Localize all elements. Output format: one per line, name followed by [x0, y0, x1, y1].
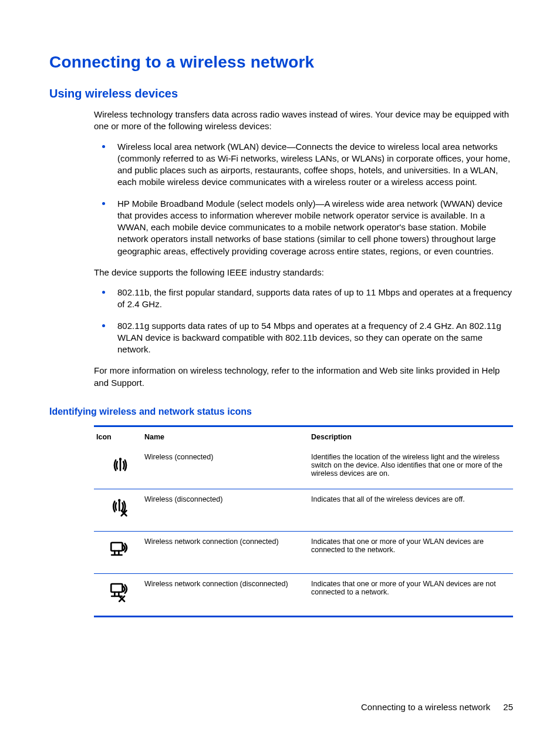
table-header-icon: Icon — [94, 433, 144, 441]
footer-page-number: 25 — [503, 702, 513, 712]
svg-point-1 — [119, 458, 122, 460]
standards-intro: The device supports the following IEEE i… — [94, 267, 513, 278]
devices-list: Wireless local area network (WLAN) devic… — [94, 141, 513, 257]
table-cell-desc: Indicates that all of the wireless devic… — [311, 495, 513, 503]
list-item: 802.11b, the first popular standard, sup… — [94, 287, 513, 311]
table-cell-desc: Indicates that one or more of your WLAN … — [311, 537, 513, 554]
table-header-desc: Description — [311, 433, 513, 441]
table-row: Wireless network connection (connected) … — [94, 532, 513, 574]
page-title: Connecting to a wireless network — [49, 53, 513, 72]
table-cell-name: Wireless network connection (connected) — [144, 537, 311, 546]
wireless-disconnected-icon — [108, 495, 133, 522]
table-cell-name: Wireless (disconnected) — [144, 495, 311, 503]
footer-title: Connecting to a wireless network — [361, 702, 490, 712]
intro-paragraph: Wireless technology transfers data acros… — [94, 109, 513, 133]
svg-rect-6 — [111, 543, 122, 551]
table-row: Wireless network connection (disconnecte… — [94, 574, 513, 616]
table-row: Wireless (disconnected) Indicates that a… — [94, 489, 513, 532]
svg-rect-10 — [111, 584, 122, 592]
wlan-connected-icon — [108, 537, 133, 564]
table-cell-name: Wireless network connection (disconnecte… — [144, 580, 311, 588]
list-item: Wireless local area network (WLAN) devic… — [94, 141, 513, 189]
list-item: 802.11g supports data rates of up to 54 … — [94, 320, 513, 356]
table-header-row: Icon Name Description — [94, 427, 513, 447]
table-header-name: Name — [144, 433, 311, 441]
table-cell-desc: Identifies the location of the wireless … — [311, 453, 513, 478]
table-cell-name: Wireless (connected) — [144, 453, 311, 461]
svg-point-3 — [118, 499, 120, 501]
more-info-paragraph: For more information on wireless technol… — [94, 365, 513, 389]
subsection-heading: Identifying wireless and network status … — [49, 406, 513, 417]
icon-table: Icon Name Description — [94, 425, 513, 617]
list-item: HP Mobile Broadband Module (select model… — [94, 198, 513, 257]
page-footer: Connecting to a wireless network 25 — [361, 702, 513, 712]
wireless-connected-icon — [108, 453, 133, 479]
table-row: Wireless (connected) Identifies the loca… — [94, 447, 513, 489]
standards-list: 802.11b, the first popular standard, sup… — [94, 287, 513, 355]
wlan-disconnected-icon — [108, 580, 133, 606]
table-cell-desc: Indicates that one or more of your WLAN … — [311, 580, 513, 596]
section-heading: Using wireless devices — [49, 87, 513, 100]
